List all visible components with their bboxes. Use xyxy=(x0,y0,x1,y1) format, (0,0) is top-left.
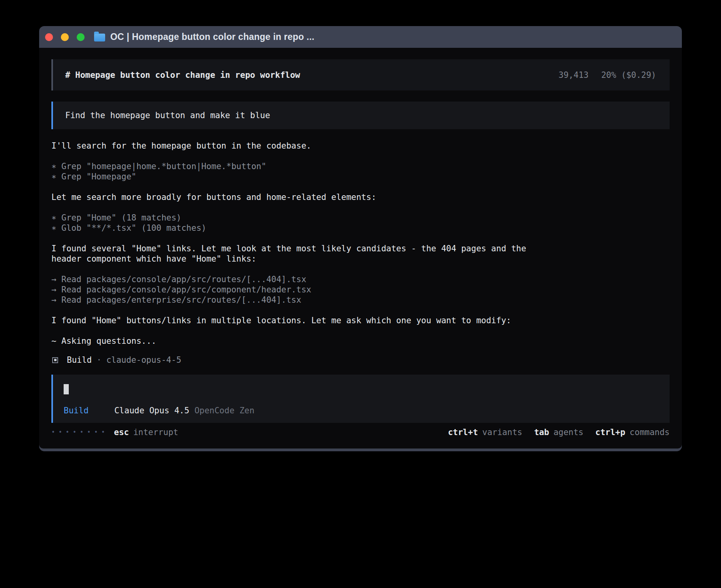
close-button[interactable] xyxy=(45,33,53,41)
titlebar-title-group: OC | Homepage button color change in rep… xyxy=(94,32,314,42)
shortcut-label: commands xyxy=(630,428,670,437)
session-header: # Homepage button color change in repo w… xyxy=(51,59,670,90)
input-provider-label: OpenCode Zen xyxy=(194,405,255,416)
token-count: 39,413 xyxy=(559,70,589,80)
terminal-content: # Homepage button color change in repo w… xyxy=(39,48,682,449)
input-agent-label[interactable]: Build xyxy=(64,405,89,416)
agent-build-icon xyxy=(52,357,58,363)
agent-model: claude-opus-4-5 xyxy=(106,355,181,365)
input-meta-row: Build Claude Opus 4.5 OpenCode Zen xyxy=(64,405,658,416)
assistant-message-line: I found "Home" buttons/links in multiple… xyxy=(51,315,670,326)
agent-separator: · xyxy=(96,355,102,365)
session-stats: 39,413 20% ($0.29) xyxy=(559,70,656,80)
assistant-transcript: I'll search for the homepage button in t… xyxy=(51,141,670,346)
blank-line xyxy=(51,305,670,315)
status-message-line: ~ Asking questions... xyxy=(51,336,670,346)
shortcut-key: ctrl+t xyxy=(448,428,478,437)
shortcut-commands: ctrl+p commands xyxy=(595,428,670,437)
tool-call-line: ∗ Grep "Homepage" xyxy=(51,172,670,182)
session-title: # Homepage button color change in repo w… xyxy=(65,70,300,80)
input-model-label[interactable]: Claude Opus 4.5 xyxy=(114,405,189,416)
tool-call-line: → Read packages/console/app/src/routes/[… xyxy=(51,274,670,285)
shortcut-agents: tab agents xyxy=(534,428,583,437)
tool-call-line: → Read packages/enterprise/src/routes/[.… xyxy=(51,295,670,305)
terminal-window: OC | Homepage button color change in rep… xyxy=(39,26,682,451)
interrupt-label: interrupt xyxy=(133,428,178,437)
assistant-message-line: Let me search more broadly for buttons a… xyxy=(51,192,670,202)
agent-status-row: Build · claude-opus-4-5 xyxy=(51,355,670,365)
window-titlebar[interactable]: OC | Homepage button color change in rep… xyxy=(39,26,682,48)
tool-call-line: → Read packages/console/app/src/componen… xyxy=(51,285,670,295)
agent-name: Build xyxy=(67,355,92,365)
assistant-message-line: I found several "Home" links. Let me loo… xyxy=(51,243,670,254)
minimize-button[interactable] xyxy=(61,33,69,41)
status-bar: •••••••• esc interrupt ctrl+t variants t… xyxy=(51,427,670,437)
shortcut-label: agents xyxy=(553,428,583,437)
context-usage: 20% ($0.29) xyxy=(601,70,656,80)
interrupt-key: esc xyxy=(114,428,129,437)
blank-line xyxy=(51,182,670,192)
text-cursor xyxy=(64,384,69,394)
shortcut-key: tab xyxy=(534,428,549,437)
blank-line xyxy=(51,202,670,213)
zoom-button[interactable] xyxy=(77,33,85,41)
blank-line xyxy=(51,264,670,274)
shortcut-key: ctrl+p xyxy=(595,428,625,437)
assistant-message-line: header component which have "Home" links… xyxy=(51,254,670,264)
shortcut-label: variants xyxy=(482,428,522,437)
interrupt-hint: esc interrupt xyxy=(114,428,178,437)
prompt-input[interactable]: Build Claude Opus 4.5 OpenCode Zen xyxy=(51,375,670,423)
tool-call-line: ∗ Grep "homepage|home.*button|Home.*butt… xyxy=(51,161,670,172)
window-title: OC | Homepage button color change in rep… xyxy=(110,32,314,42)
blank-line xyxy=(51,151,670,161)
user-message: Find the homepage button and make it blu… xyxy=(51,102,670,129)
assistant-message-line: I'll search for the homepage button in t… xyxy=(51,141,670,151)
activity-dots-icon: •••••••• xyxy=(51,427,108,437)
tool-call-line: ∗ Grep "Home" (18 matches) xyxy=(51,213,670,223)
user-message-text: Find the homepage button and make it blu… xyxy=(65,111,270,120)
blank-line xyxy=(51,233,670,243)
traffic-lights xyxy=(45,33,85,41)
tool-call-line: ∗ Glob "**/*.tsx" (100 matches) xyxy=(51,223,670,233)
shortcut-variants: ctrl+t variants xyxy=(448,428,522,437)
folder-icon xyxy=(94,34,105,41)
shortcut-hints: ctrl+t variants tab agents ctrl+p comman… xyxy=(448,428,670,437)
blank-line xyxy=(51,326,670,336)
